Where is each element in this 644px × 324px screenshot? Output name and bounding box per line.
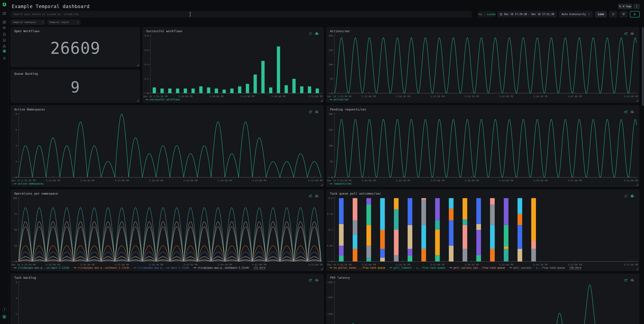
user-avatar[interactable]: D [2,315,6,319]
legend-item[interactable]: no_poller_tasks ..-flow-task-queue [330,266,385,269]
date-range-picker[interactable]: Dec 16 17:29:30 - Dec 16 17:51:30 [497,11,557,17]
svg-text:200: 200 [328,34,333,37]
filter-chip-temporal-region[interactable]: Temporal region [47,20,80,25]
svg-text:0.4: 0.4 [144,63,149,66]
bar-chart-toggle-icon[interactable] [315,31,319,35]
panel-resize-handle[interactable] [137,64,139,66]
svg-text:Dec 16 5:29:30 PM: Dec 16 5:29:30 PM [327,179,351,182]
refresh-button[interactable] [609,11,617,17]
refresh-icon [612,13,615,16]
chart-view-toggles [308,110,319,114]
run-query-button[interactable] [630,11,640,17]
granularity-select[interactable]: Auto Granularity [559,11,593,17]
svg-text:0: 0 [332,260,333,263]
svg-text:0: 0 [148,92,149,94]
scrollbar-thumb[interactable] [642,27,644,106]
svg-text:8: 8 [16,113,17,115]
panel-open-workflows: Open Workflows 26609 [11,27,140,67]
table-view-icon[interactable] [2,20,6,24]
bar-chart-toggle-icon[interactable] [315,194,319,198]
svg-text:0.6: 0.6 [144,49,149,51]
area-chart-toggle-icon[interactable] [308,31,312,35]
legend-label: poll_success_syn..-flow-task-queue [454,266,505,269]
legend-label: poll_success · c..-flow-task-queue [513,266,565,269]
laptop-icon[interactable] [2,38,6,42]
area-chart-toggle-icon[interactable] [308,278,312,282]
area-chart-toggle-icon[interactable] [624,278,628,282]
chart-view-toggles [308,278,319,282]
svg-text:6: 6 [16,129,17,131]
sidebar: ? D [0,0,9,324]
svg-text:5:42:00 PM: 5:42:00 PM [499,95,513,98]
chart-view-toggles [308,194,319,198]
chevron-up-down-icon [588,13,590,15]
legend-item[interactable]: requests/sec [330,182,352,185]
svg-text:5:44:30 PM: 5:44:30 PM [218,179,232,182]
area-chart-toggle-icon[interactable] [624,110,628,114]
legend-swatch [74,268,76,268]
chart-plot: 0.0190.0290.038 [327,274,639,324]
legend-more-link[interactable]: +12 more [254,266,266,269]
filter-button[interactable] [620,11,628,17]
bar-chart-toggle-icon[interactable] [315,110,319,114]
chart-explore-icon[interactable] [2,26,6,29]
area-chart-toggle-icon[interactable] [308,110,312,114]
svg-text:5:44:30 PM: 5:44:30 PM [533,179,548,182]
svg-text:5:51:00 PM: 5:51:00 PM [624,263,638,266]
area-chart-toggle-icon[interactable] [308,194,312,198]
settings-gear-icon[interactable] [2,56,6,60]
legend-swatch [14,184,16,184]
svg-text:5:42:00 PM: 5:42:00 PM [499,263,513,266]
svg-text:5:37:00 PM: 5:37:00 PM [115,263,129,266]
legend-item[interactable]: clickpipes-aws-p..outheast-2.l2c4n [194,266,249,269]
legend-item[interactable]: active namespaces [14,182,44,185]
svg-text:5:46:00 PM: 5:46:00 PM [271,95,286,98]
bar-chart-toggle-icon[interactable] [630,278,634,282]
panel-title: Pending requests/sec [330,108,366,111]
legend-more-link[interactable]: +56 more [569,266,581,269]
area-chart-toggle-icon[interactable] [624,31,628,35]
alerts-bell-icon[interactable] [2,32,6,36]
app-logo-icon[interactable] [2,2,7,7]
graph-nodes-icon[interactable] [2,44,6,48]
chart-view-toggles [624,110,634,114]
legend-item[interactable]: clickpipes-aws-p..outheast-2.l2c4n [74,266,129,269]
legend-item[interactable]: poll_success_syn..-flow-task-queue [450,266,505,269]
legend-item[interactable]: successful workflows [146,98,180,101]
tags-button[interactable]: 0 Tags [618,4,632,9]
panel-title: Task backlog [14,276,36,280]
legend-swatch [134,268,136,268]
svg-text:2: 2 [16,313,17,315]
live-button[interactable]: Live [595,11,607,17]
panel-pending-requests: Pending requests/sec 05K10K15K20KDec 16 … [326,105,639,187]
panel-title: Active Namespaces [14,108,45,111]
filter-chip-temporal-namespace[interactable]: Temporal namespace [11,20,45,25]
dashboards-icon[interactable] [2,49,6,53]
area-chart-toggle-icon[interactable] [624,194,628,198]
svg-text:100: 100 [328,63,333,66]
collapse-panel-icon[interactable] [2,11,6,15]
legend-item[interactable]: action/sec [330,98,349,101]
bar-chart-toggle-icon[interactable] [630,194,634,198]
svg-text:0.8: 0.8 [144,34,149,37]
bar-chart-toggle-icon[interactable] [315,278,319,282]
svg-text:5:34:30 PM: 5:34:30 PM [396,263,410,266]
overflow-menu-button[interactable] [634,4,640,9]
svg-text:3: 3 [16,297,17,300]
panel-resize-handle[interactable] [137,100,139,102]
legend-item[interactable]: clickpipes-aws-p..-us-east-2.l2c4n [14,266,70,269]
svg-text:5:42:00 PM: 5:42:00 PM [184,263,198,266]
svg-text:Dec 16 5:29:30 PM: Dec 16 5:29:30 PM [144,95,167,98]
panel-task-backlog: Task backlog 234 [11,274,324,324]
stat-value: 26609 [11,39,140,57]
search-input[interactable] [11,11,472,17]
bar-chart-toggle-icon[interactable] [630,110,634,114]
help-button[interactable]: ? [2,308,7,312]
svg-text:5:44:30 PM: 5:44:30 PM [533,263,548,266]
bar-chart-toggle-icon[interactable] [630,31,634,35]
legend-item[interactable]: poll_timeout · c..-flow-task-queue [390,266,445,269]
legend-item[interactable]: clickpipes-aws-p..-us-east-1.l2c4n [134,266,189,269]
legend-item[interactable]: poll_success · c..-flow-task-queue [509,266,565,269]
svg-text:15K: 15K [328,129,333,131]
query-mode-toggle[interactable]: SQL|Lucene [478,11,496,17]
